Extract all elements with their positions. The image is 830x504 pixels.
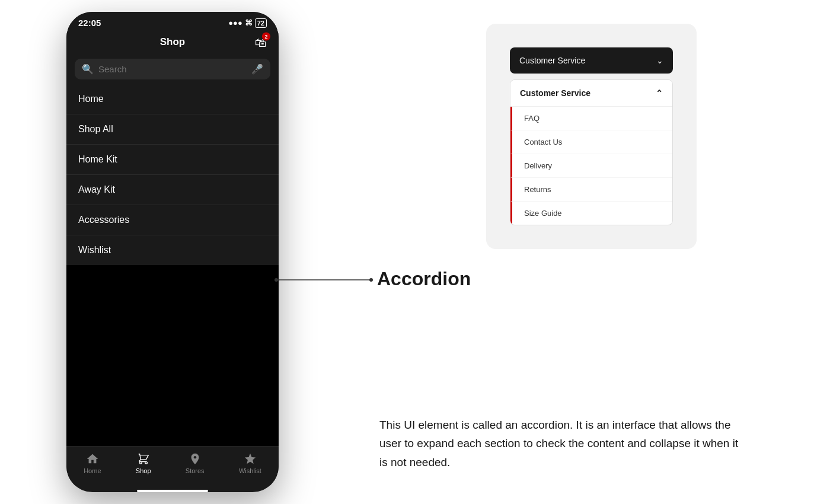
bottom-nav-home[interactable]: Home — [84, 452, 101, 474]
star-icon — [244, 452, 257, 465]
accordion-item-contact-us[interactable]: Contact Us — [510, 130, 672, 154]
search-icon: 🔍 — [82, 63, 94, 75]
menu-item-wishlist[interactable]: Wishlist — [66, 235, 279, 265]
accordion-expanded-header[interactable]: Customer Service ⌃ — [510, 80, 672, 107]
bottom-nav-stores[interactable]: Stores — [186, 452, 205, 474]
battery-icon: 72 — [255, 18, 267, 28]
menu-item-accessories[interactable]: Accessories — [66, 205, 279, 235]
bottom-nav-wishlist[interactable]: Wishlist — [239, 452, 261, 474]
chevron-up-icon: ⌃ — [656, 88, 663, 98]
location-icon — [189, 452, 202, 465]
wifi-icon: ⌘ — [245, 18, 253, 27]
signal-icon: ●●● — [228, 18, 242, 27]
home-icon — [86, 452, 99, 465]
accordion-item-faq[interactable]: FAQ — [510, 107, 672, 130]
menu-item-shop-all[interactable]: Shop All — [66, 114, 279, 145]
menu-item-home[interactable]: Home — [66, 84, 279, 114]
accordion-item-delivery[interactable]: Delivery — [510, 154, 672, 178]
home-indicator — [137, 490, 208, 492]
menu-item-away-kit[interactable]: Away Kit — [66, 175, 279, 205]
cart-badge: 2 — [262, 33, 270, 41]
content-area — [66, 265, 279, 446]
nav-title: Shop — [160, 36, 186, 48]
menu-item-home-kit[interactable]: Home Kit — [66, 145, 279, 175]
accordion-collapsed-label: Customer Service — [519, 56, 585, 65]
nav-bar: Shop 🛍 2 — [66, 31, 279, 54]
shop-icon — [137, 452, 150, 465]
accordion-card: Customer Service ⌄ Customer Service ⌃ FA… — [486, 24, 697, 249]
status-time: 22:05 — [78, 18, 101, 28]
cart-button[interactable]: 🛍 2 — [255, 36, 267, 50]
accordion-label: Accordion — [377, 268, 471, 290]
status-bar: 22:05 ●●● ⌘ 72 — [66, 12, 279, 31]
accordion-collapsed-trigger[interactable]: Customer Service ⌄ — [510, 47, 673, 74]
phone-mockup: 22:05 ●●● ⌘ 72 Shop 🛍 2 🔍 🎤 Home Shop Al… — [66, 12, 279, 492]
accordion-item-size-guide[interactable]: Size Guide — [510, 202, 672, 225]
description-text: This UI element is called an accordion. … — [379, 416, 747, 471]
menu-list: Home Shop All Home Kit Away Kit Accessor… — [66, 84, 279, 265]
microphone-icon[interactable]: 🎤 — [251, 63, 263, 75]
bottom-nav: Home Shop Stores Wishlist — [66, 446, 279, 486]
chevron-down-icon: ⌄ — [656, 56, 663, 65]
status-icons: ●●● ⌘ 72 — [228, 18, 267, 28]
accordion-item-returns[interactable]: Returns — [510, 178, 672, 202]
search-input[interactable] — [98, 64, 247, 74]
accordion-expanded: Customer Service ⌃ FAQ Contact Us Delive… — [510, 79, 673, 225]
accordion-expanded-label: Customer Service — [520, 88, 590, 98]
bottom-nav-shop[interactable]: Shop — [136, 452, 151, 474]
search-bar[interactable]: 🔍 🎤 — [75, 59, 270, 79]
